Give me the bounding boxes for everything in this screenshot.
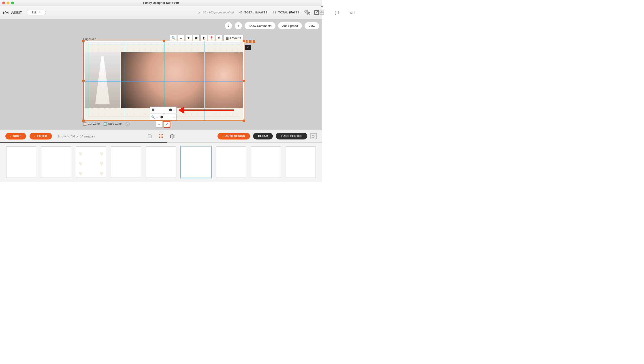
text-tool-button[interactable]: T [185, 35, 192, 42]
minimize-window[interactable] [7, 2, 10, 4]
prev-spread-button[interactable] [225, 22, 232, 30]
swap-horizontal-icon: ↔ [180, 36, 183, 40]
opacity-slider-row[interactable]: − + [150, 107, 176, 113]
svg-point-13 [162, 134, 163, 135]
thumbnail-pattern[interactable] [146, 146, 176, 178]
svg-point-19 [162, 137, 163, 138]
visibility-tool-button[interactable]: 👁 [216, 35, 222, 42]
magnifier-icon: 🔍 [172, 36, 176, 40]
zoom-tool-button[interactable]: 🔍 [170, 35, 177, 42]
svg-point-18 [161, 137, 162, 138]
svg-point-14 [159, 136, 160, 137]
thumbnail-pattern[interactable] [251, 146, 281, 178]
pages-label: Pages 3-4 [83, 37, 96, 41]
resize-handle[interactable] [82, 120, 84, 122]
thumbnail-pattern[interactable] [41, 146, 71, 178]
show-comments-button[interactable]: Show Comments [244, 22, 276, 30]
chevron-left-icon: ‹ [34, 135, 36, 138]
svg-rect-20 [312, 135, 314, 137]
resize-handle[interactable] [163, 40, 165, 42]
svg-point-15 [161, 136, 162, 137]
window-controls [2, 2, 14, 4]
auto-design-button[interactable]: ‹ AUTO DESIGN [218, 133, 250, 139]
resize-handle[interactable] [243, 80, 245, 82]
chevron-right-icon [237, 24, 240, 27]
module-album-icon[interactable] [288, 9, 295, 16]
view-button[interactable]: View [304, 22, 319, 30]
resize-handle[interactable] [82, 80, 84, 82]
swap-tool-button[interactable]: ↔ [178, 35, 184, 42]
close-window[interactable] [2, 2, 5, 4]
module-wall-art-icon[interactable] [318, 9, 322, 16]
thumbnail-pattern[interactable] [6, 146, 36, 178]
magic-wand-icon [165, 122, 169, 126]
delete-spread-button[interactable]: ✕ [245, 45, 250, 50]
svg-rect-10 [149, 135, 152, 138]
resize-handle[interactable] [243, 40, 245, 42]
zoom-slider[interactable] [159, 117, 172, 117]
opacity-zoom-panel: − + 🔍 − + ↔ [150, 107, 176, 128]
magic-wand-button[interactable] [164, 121, 170, 128]
module-comments-icon[interactable] [303, 9, 310, 16]
opacity-icon [151, 108, 155, 112]
layers-mode-icon[interactable] [170, 134, 175, 139]
swap-horizontal-icon: ↔ [158, 123, 161, 126]
next-spread-button[interactable] [234, 22, 242, 30]
thumbnail-pattern[interactable] [216, 146, 246, 178]
thumbnail-pattern[interactable] [181, 146, 211, 178]
svg-point-17 [159, 137, 160, 138]
thumbnail-pattern[interactable] [76, 146, 106, 178]
stamp-icon [197, 10, 202, 15]
magnifier-icon: 🔍 [151, 115, 155, 119]
cut-zone-legend: Cut Zone [83, 122, 100, 126]
resize-handle[interactable] [82, 40, 84, 42]
album-size-selector[interactable]: 8x8 ✎ [27, 10, 46, 15]
opacity-slider[interactable] [159, 110, 172, 110]
drag-grip-icon[interactable] [158, 131, 164, 132]
decrease-icon[interactable]: − [156, 108, 158, 112]
window-titlebar: Fundy Designer Suite v10 [0, 0, 322, 6]
chevron-left-icon [227, 24, 230, 27]
add-photos-button[interactable]: + ADD PHOTOS [276, 133, 307, 139]
zoom-window[interactable] [11, 2, 14, 4]
app-toolbar: Album 8x8 ✎ 20 - 100 pages required 45 T… [0, 6, 322, 19]
increase-icon[interactable]: + [173, 116, 175, 119]
add-spread-button[interactable]: Add Spread [278, 22, 302, 30]
fill-tool-button[interactable]: ◼ [193, 35, 200, 42]
sort-button[interactable]: ‹ SORT [5, 133, 26, 139]
patterns-mode-icon[interactable] [159, 134, 164, 139]
thumbnail-pattern[interactable] [111, 146, 141, 178]
svg-point-11 [159, 134, 160, 135]
increase-icon[interactable]: + [173, 108, 175, 112]
contrast-icon: ◐ [202, 36, 206, 40]
flip-horizontal-button[interactable]: ↔ [156, 121, 163, 128]
help-icon[interactable]: ? [126, 122, 130, 126]
bw-tool-button[interactable]: ◐ [200, 35, 207, 42]
canvas: Show Comments Add Spread View Pages 3-4 … [0, 19, 322, 130]
pin-icon: 📍 [210, 36, 214, 40]
safe-zone-legend: Safe Zone [104, 122, 122, 126]
chevron-left-icon: ‹ [10, 135, 12, 138]
filter-button[interactable]: ‹ FILTER [30, 133, 52, 139]
thumbnail-pattern[interactable] [286, 146, 316, 178]
spread-toolbar: 🔍 ↔ T ◼ ◐ 📍 👁 ▦ Layouts [170, 35, 244, 42]
eye-icon: 👁 [218, 36, 221, 40]
tutorial-arrow [178, 108, 234, 113]
resize-handle[interactable] [243, 120, 245, 122]
svg-point-12 [161, 134, 162, 135]
image-count-status: Showing 54 of 54 images [57, 134, 95, 138]
thumbnail-size-toggle[interactable] [310, 133, 317, 139]
total-images: 45 TOTAL IMAGES [239, 11, 268, 14]
well-view-modes [148, 134, 175, 139]
resize-handle-stack[interactable] [246, 40, 255, 43]
strip-scrollbar[interactable] [0, 142, 322, 143]
pin-tool-button[interactable]: 📍 [208, 35, 215, 42]
svg-rect-8 [152, 109, 154, 111]
section-label: Album [11, 10, 22, 15]
image-well-toolbar: ‹ SORT ‹ FILTER Showing 54 of 54 images … [0, 130, 322, 142]
photos-mode-icon[interactable] [148, 134, 152, 139]
decrease-icon[interactable]: − [156, 116, 158, 119]
zoom-slider-row[interactable]: 🔍 − + [150, 114, 176, 120]
layouts-button[interactable]: ▦ Layouts [223, 35, 244, 42]
clear-button[interactable]: CLEAR [253, 133, 273, 139]
